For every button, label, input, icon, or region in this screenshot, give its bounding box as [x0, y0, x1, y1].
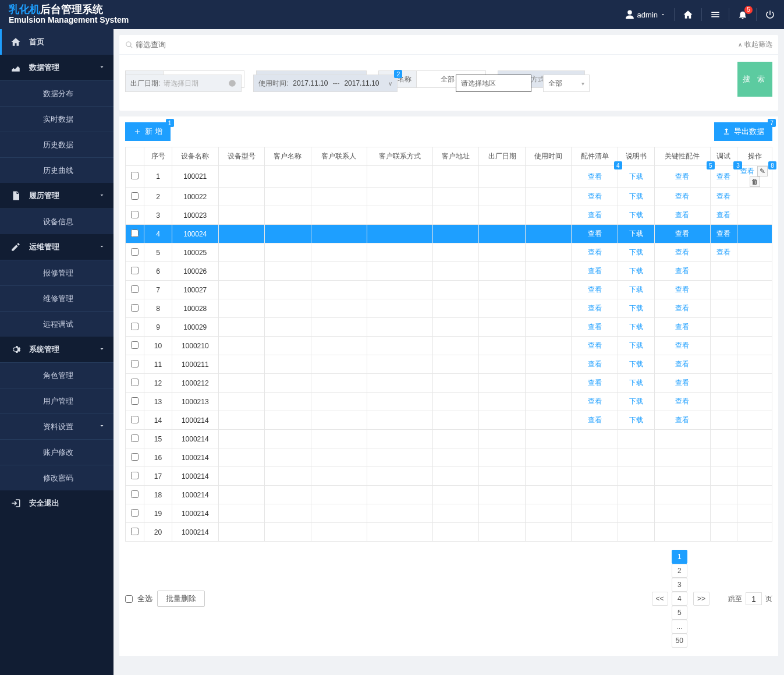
table-row[interactable]: 171000214 — [126, 467, 772, 486]
keyparts-link[interactable]: 查看 — [675, 379, 689, 387]
collapse-filter[interactable]: ∧收起筛选 — [738, 40, 772, 50]
menu-toggle[interactable] — [710, 9, 721, 20]
parts-link[interactable]: 查看 — [588, 172, 602, 181]
sidebar-item-11[interactable]: 远程调试 — [0, 311, 113, 337]
table-row[interactable]: 181000214 — [126, 486, 772, 504]
user-menu[interactable]: admin — [625, 9, 666, 20]
manual-link[interactable]: 下载 — [629, 229, 643, 238]
keyparts-link[interactable]: 查看 — [675, 323, 689, 331]
table-row[interactable]: 111000211查看下载查看 — [126, 355, 772, 374]
row-checkbox[interactable] — [131, 285, 139, 293]
row-checkbox[interactable] — [131, 248, 139, 256]
keyparts-link[interactable]: 查看 — [675, 229, 689, 238]
row-checkbox[interactable] — [131, 192, 139, 200]
table-row[interactable]: 7100027查看下载查看 — [126, 281, 772, 299]
manual-link[interactable]: 下载 — [629, 416, 643, 424]
sidebar-item-10[interactable]: 维修管理 — [0, 285, 113, 311]
row-checkbox[interactable] — [131, 172, 139, 179]
table-row[interactable]: 2100022查看下载查看查看 — [126, 188, 772, 206]
table-row[interactable]: 6100026查看下载查看 — [126, 262, 772, 281]
region-select[interactable]: 请选择地区 — [456, 75, 531, 92]
sidebar-item-5[interactable]: 历史曲线 — [0, 157, 113, 183]
pager-page[interactable]: 5 — [672, 606, 687, 620]
manual-link[interactable]: 下载 — [629, 285, 643, 294]
row-checkbox[interactable] — [131, 453, 139, 461]
parts-link[interactable]: 查看 — [588, 379, 602, 387]
table-row[interactable]: 9100029查看下载查看 — [126, 318, 772, 337]
manual-link[interactable]: 下载 — [629, 267, 643, 275]
row-checkbox[interactable] — [131, 472, 139, 479]
sidebar-item-2[interactable]: 数据分布 — [0, 80, 113, 106]
sidebar-item-13[interactable]: 角色管理 — [0, 362, 113, 388]
table-row[interactable]: 5100025查看下载查看查看 — [126, 243, 772, 262]
debug-link[interactable]: 查看 — [716, 192, 730, 200]
row-checkbox[interactable] — [131, 304, 139, 312]
parts-link[interactable]: 查看 — [588, 285, 602, 294]
ship-date-picker[interactable]: 出厂日期: 请选择日期 — [125, 75, 242, 92]
parts-link[interactable]: 查看 — [588, 360, 602, 368]
all-select[interactable]: 全部▾ — [543, 75, 590, 92]
row-checkbox[interactable] — [131, 267, 139, 274]
pager-page[interactable]: 1 — [672, 550, 687, 564]
notifications[interactable]: 5 — [737, 9, 748, 20]
keyparts-link[interactable]: 查看 — [675, 192, 689, 200]
sidebar-item-15[interactable]: 资料设置 — [0, 414, 113, 439]
sidebar-item-6[interactable]: 履历管理 — [0, 183, 113, 208]
parts-link[interactable]: 查看 — [588, 397, 602, 405]
table-row[interactable]: 1100021查看4下载查看5查看6查看3 ✎🗑8 — [126, 166, 772, 188]
keyparts-link[interactable]: 查看 — [675, 416, 689, 424]
table-row[interactable]: 8100028查看下载查看 — [126, 299, 772, 318]
table-row[interactable]: 101000210查看下载查看 — [126, 337, 772, 355]
table-row[interactable]: 151000214 — [126, 430, 772, 448]
parts-link[interactable]: 查看 — [588, 323, 602, 331]
pager-page[interactable]: 4 — [672, 592, 687, 606]
manual-link[interactable]: 下载 — [629, 379, 643, 387]
add-button[interactable]: 新 增 1 — [125, 122, 171, 141]
row-checkbox[interactable] — [131, 379, 139, 386]
bulk-delete-button[interactable]: 批量删除 — [157, 591, 205, 607]
pager-jump-input[interactable] — [746, 592, 762, 605]
sidebar-item-1[interactable]: 数据管理 — [0, 55, 113, 80]
manual-link[interactable]: 下载 — [629, 192, 643, 200]
manual-link[interactable]: 下载 — [629, 397, 643, 405]
parts-link[interactable]: 查看 — [588, 416, 602, 424]
row-checkbox[interactable] — [131, 211, 139, 218]
table-row[interactable]: 131000213查看下载查看 — [126, 393, 772, 411]
pager-page[interactable]: ... — [672, 620, 687, 634]
sidebar-item-16[interactable]: 账户修改 — [0, 439, 113, 465]
row-checkbox[interactable] — [131, 360, 139, 367]
row-checkbox[interactable] — [131, 434, 139, 442]
search-button[interactable]: 搜 索 — [737, 62, 772, 97]
debug-link[interactable]: 查看 — [716, 172, 730, 181]
keyparts-link[interactable]: 查看 — [675, 360, 689, 368]
keyparts-link[interactable]: 查看 — [675, 248, 689, 256]
manual-link[interactable]: 下载 — [629, 211, 643, 219]
parts-link[interactable]: 查看 — [588, 248, 602, 256]
table-row[interactable]: 121000212查看下载查看 — [126, 374, 772, 393]
row-checkbox[interactable] — [131, 397, 139, 405]
parts-link[interactable]: 查看 — [588, 341, 602, 349]
table-row[interactable]: 191000214 — [126, 504, 772, 523]
use-time-range[interactable]: 使用时间: 2017.11.10 --- 2017.11.10 ∨ 2 — [253, 75, 398, 92]
keyparts-link[interactable]: 查看 — [675, 304, 689, 312]
manual-link[interactable]: 下载 — [629, 323, 643, 331]
sidebar-item-3[interactable]: 实时数据 — [0, 106, 113, 132]
export-button[interactable]: 导出数据 7 — [714, 122, 772, 141]
parts-link[interactable]: 查看 — [588, 192, 602, 200]
pager-page[interactable]: 2 — [672, 564, 687, 578]
edit-icon[interactable]: ✎ — [757, 166, 768, 176]
manual-link[interactable]: 下载 — [629, 248, 643, 256]
keyparts-link[interactable]: 查看 — [675, 211, 689, 219]
table-row[interactable]: 4100024查看下载查看查看 — [126, 225, 772, 243]
sidebar-item-17[interactable]: 修改密码 — [0, 465, 113, 490]
keyparts-link[interactable]: 查看 — [675, 285, 689, 294]
op-view[interactable]: 查看 — [740, 167, 754, 175]
filter-search[interactable] — [125, 40, 738, 49]
keyparts-link[interactable]: 查看 — [675, 341, 689, 349]
manual-link[interactable]: 下载 — [629, 341, 643, 349]
keyparts-link[interactable]: 查看 — [675, 397, 689, 405]
sidebar-item-9[interactable]: 报修管理 — [0, 260, 113, 285]
filter-search-input[interactable] — [136, 40, 252, 49]
sidebar-item-14[interactable]: 用户管理 — [0, 388, 113, 414]
row-checkbox[interactable] — [131, 323, 139, 330]
